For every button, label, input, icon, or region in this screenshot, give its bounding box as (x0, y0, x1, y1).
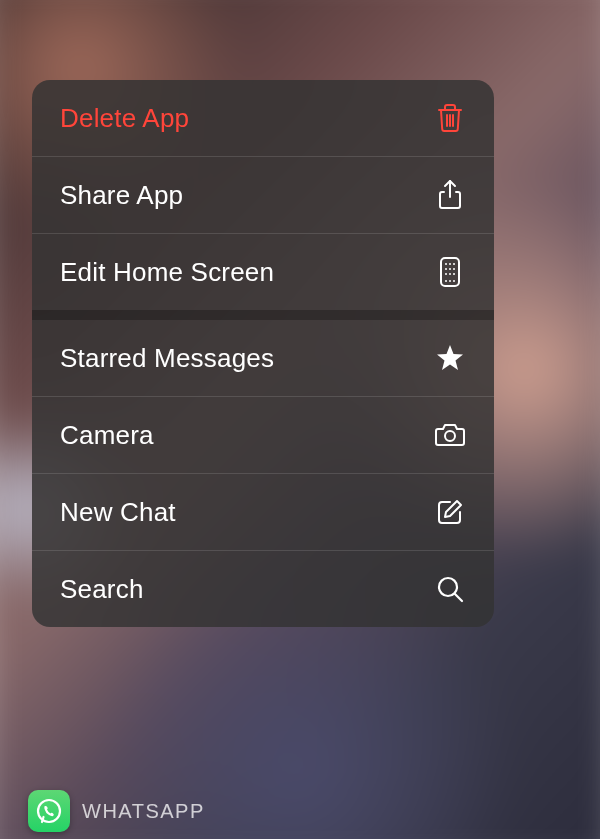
svg-point-9 (453, 268, 455, 270)
menu-item-share-app[interactable]: Share App (32, 157, 494, 234)
menu-item-label: Edit Home Screen (60, 257, 274, 288)
menu-item-starred-messages[interactable]: Starred Messages (32, 320, 494, 397)
svg-point-5 (449, 263, 451, 265)
menu-item-camera[interactable]: Camera (32, 397, 494, 474)
camera-icon (434, 419, 466, 451)
menu-item-search[interactable]: Search (32, 551, 494, 627)
menu-item-label: Starred Messages (60, 343, 274, 374)
svg-point-7 (445, 268, 447, 270)
svg-line-18 (455, 594, 462, 601)
menu-item-delete-app[interactable]: Delete App (32, 80, 494, 157)
menu-item-label: Camera (60, 420, 154, 451)
home-screen-icon (434, 256, 466, 288)
menu-item-new-chat[interactable]: New Chat (32, 474, 494, 551)
svg-point-4 (445, 263, 447, 265)
share-icon (434, 179, 466, 211)
svg-point-6 (453, 263, 455, 265)
svg-point-15 (453, 280, 455, 282)
star-icon (434, 342, 466, 374)
search-icon (434, 573, 466, 605)
compose-icon (434, 496, 466, 528)
section-divider (32, 310, 494, 320)
menu-item-label: Search (60, 574, 144, 605)
context-menu: Delete App Share App Edit Home Screen (32, 80, 494, 627)
svg-point-13 (445, 280, 447, 282)
svg-point-10 (445, 273, 447, 275)
app-label[interactable]: WHATSAPP (28, 790, 205, 832)
svg-point-8 (449, 268, 451, 270)
svg-point-11 (449, 273, 451, 275)
menu-item-label: New Chat (60, 497, 176, 528)
trash-icon (434, 102, 466, 134)
svg-point-16 (445, 431, 455, 441)
menu-item-edit-home-screen[interactable]: Edit Home Screen (32, 234, 494, 310)
svg-point-12 (453, 273, 455, 275)
svg-point-19 (38, 800, 60, 822)
whatsapp-icon (28, 790, 70, 832)
menu-item-label: Share App (60, 180, 183, 211)
menu-item-label: Delete App (60, 103, 189, 134)
svg-point-14 (449, 280, 451, 282)
app-name: WHATSAPP (82, 800, 205, 823)
